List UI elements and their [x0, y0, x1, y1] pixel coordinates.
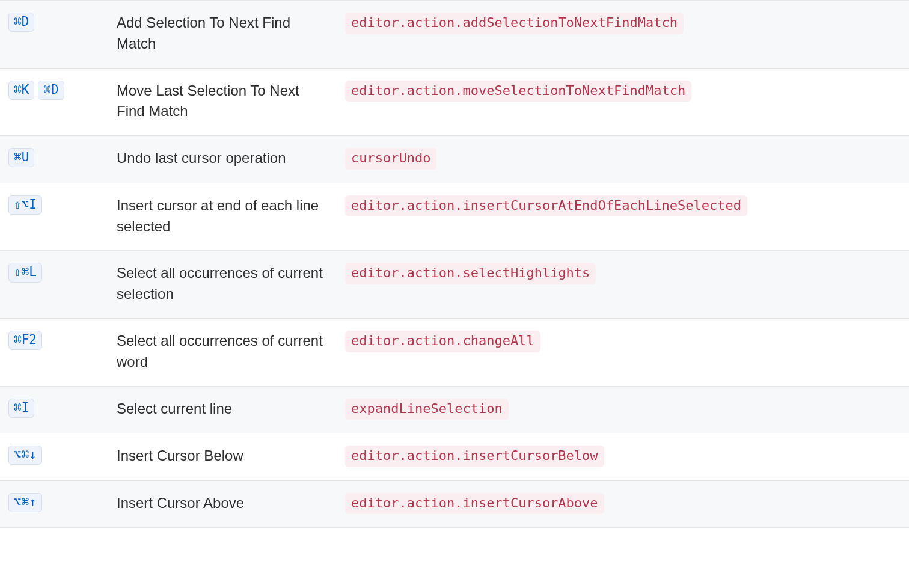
key-sequence: ⇧⌥I	[8, 196, 46, 212]
command-id-cell: expandLineSelection	[337, 386, 909, 433]
command-cell: Select all occurrences of current select…	[108, 251, 337, 319]
key-cell: ⌘F2	[0, 318, 108, 386]
key-chord: ⌘I	[8, 399, 34, 418]
key-cell: ⌘U	[0, 136, 108, 183]
command-id-cell: editor.action.changeAll	[337, 318, 909, 386]
table-row: ⇧⌥IInsert cursor at end of each line sel…	[0, 183, 909, 251]
command-id: cursorUndo	[345, 148, 436, 170]
key-sequence: ⌘D	[8, 13, 38, 29]
command-id-cell: editor.action.moveSelectionToNextFindMat…	[337, 68, 909, 136]
table-row: ⌘ISelect current lineexpandLineSelection	[0, 386, 909, 433]
command-id: editor.action.moveSelectionToNextFindMat…	[345, 81, 691, 102]
key-chord: ⌘D	[8, 13, 34, 32]
table-row: ⌘K⌘DMove Last Selection To Next Find Mat…	[0, 68, 909, 136]
key-chord: ⌘D	[38, 81, 64, 100]
command-name: Select all occurrences of current word	[117, 331, 328, 373]
key-cell: ⌥⌘↑	[0, 480, 108, 528]
table-row: ⌘F2Select all occurrences of current wor…	[0, 318, 909, 386]
key-sequence: ⌘F2	[8, 331, 46, 347]
command-id: editor.action.addSelectionToNextFindMatc…	[345, 13, 684, 34]
key-chord: ⌘K	[8, 81, 34, 100]
command-cell: Move Last Selection To Next Find Match	[108, 68, 337, 136]
key-cell: ⇧⌘L	[0, 251, 108, 319]
command-cell: Insert cursor at end of each line select…	[108, 183, 337, 251]
key-cell: ⌘I	[0, 386, 108, 433]
table-row: ⇧⌘LSelect all occurrences of current sel…	[0, 251, 909, 319]
command-id-cell: editor.action.insertCursorAbove	[337, 480, 909, 528]
key-chord: ⌘U	[8, 148, 34, 167]
key-sequence: ⌥⌘↓	[8, 446, 46, 462]
command-cell: Insert Cursor Below	[108, 433, 337, 481]
keybindings-table: ⌘DAdd Selection To Next Find Matcheditor…	[0, 0, 909, 528]
key-cell: ⇧⌥I	[0, 183, 108, 251]
key-cell: ⌘D	[0, 1, 108, 69]
command-cell: Insert Cursor Above	[108, 480, 337, 528]
table-row: ⌥⌘↑Insert Cursor Aboveeditor.action.inse…	[0, 480, 909, 528]
command-id: editor.action.changeAll	[345, 331, 540, 352]
command-id: editor.action.insertCursorAbove	[345, 493, 604, 515]
command-name: Insert Cursor Below	[117, 446, 328, 467]
key-sequence: ⌘K⌘D	[8, 81, 68, 97]
key-chord: ⌘F2	[8, 331, 42, 350]
command-name: Select all occurrences of current select…	[117, 263, 328, 305]
key-chord: ⌥⌘↓	[8, 446, 42, 465]
key-chord: ⌥⌘↑	[8, 493, 42, 512]
command-id-cell: editor.action.insertCursorAtEndOfEachLin…	[337, 183, 909, 251]
command-cell: Select current line	[108, 386, 337, 433]
key-cell: ⌘K⌘D	[0, 68, 108, 136]
command-cell: Undo last cursor operation	[108, 136, 337, 183]
command-id: editor.action.insertCursorAtEndOfEachLin…	[345, 195, 747, 217]
key-chord: ⇧⌘L	[8, 263, 42, 282]
command-id: editor.action.insertCursorBelow	[345, 446, 604, 467]
command-name: Undo last cursor operation	[117, 148, 328, 169]
command-id-cell: cursorUndo	[337, 136, 909, 183]
key-cell: ⌥⌘↓	[0, 433, 108, 481]
key-sequence: ⇧⌘L	[8, 263, 46, 279]
command-id: editor.action.selectHighlights	[345, 263, 596, 284]
command-id-cell: editor.action.selectHighlights	[337, 251, 909, 319]
command-id: expandLineSelection	[345, 399, 509, 420]
table-row: ⌘UUndo last cursor operationcursorUndo	[0, 136, 909, 183]
command-name: Add Selection To Next Find Match	[117, 13, 328, 55]
table-row: ⌥⌘↓Insert Cursor Beloweditor.action.inse…	[0, 433, 909, 481]
command-name: Select current line	[117, 399, 328, 420]
key-sequence: ⌥⌘↑	[8, 494, 46, 509]
command-name: Insert cursor at end of each line select…	[117, 195, 328, 237]
command-name: Move Last Selection To Next Find Match	[117, 81, 328, 123]
command-cell: Select all occurrences of current word	[108, 318, 337, 386]
table-row: ⌘DAdd Selection To Next Find Matcheditor…	[0, 1, 909, 69]
key-sequence: ⌘I	[8, 399, 38, 415]
command-id-cell: editor.action.addSelectionToNextFindMatc…	[337, 1, 909, 69]
command-name: Insert Cursor Above	[117, 493, 328, 514]
key-chord: ⇧⌥I	[8, 195, 42, 215]
key-sequence: ⌘U	[8, 149, 38, 164]
command-id-cell: editor.action.insertCursorBelow	[337, 433, 909, 481]
command-cell: Add Selection To Next Find Match	[108, 1, 337, 69]
